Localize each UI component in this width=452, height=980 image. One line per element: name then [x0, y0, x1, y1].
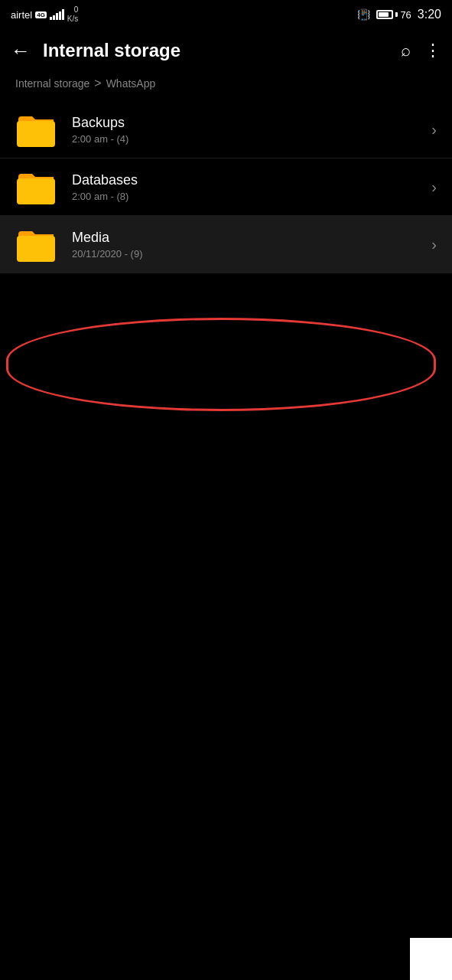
- chevron-icon-media: ›: [431, 236, 437, 253]
- folder-icon-databases: [15, 169, 57, 204]
- folder-info-backups: Backups 2:00 am - (4): [72, 115, 431, 145]
- folder-info-media: Media 20/11/2020 - (9): [72, 230, 431, 260]
- network-badge: 4G: [35, 11, 47, 18]
- back-button[interactable]: ←: [11, 41, 31, 60]
- folder-item-databases[interactable]: Databases 2:00 am - (8) ›: [0, 158, 452, 216]
- breadcrumb-current: WhatsApp: [106, 77, 156, 90]
- search-button[interactable]: ⌕: [401, 41, 411, 60]
- folder-icon-backups: [15, 112, 57, 147]
- battery-indicator: 76: [376, 9, 411, 21]
- page-title: Internal storage: [43, 40, 401, 61]
- battery-percent: 76: [400, 9, 411, 21]
- carrier-name: airtel: [11, 9, 32, 21]
- folder-item-media[interactable]: Media 20/11/2020 - (9) ›: [0, 216, 452, 273]
- breadcrumb-root[interactable]: Internal storage: [15, 77, 89, 90]
- folder-meta-backups: 2:00 am - (4): [72, 133, 431, 145]
- breadcrumb: Internal storage > WhatsApp: [0, 74, 452, 98]
- battery-fill: [379, 12, 388, 17]
- folder-icon-media: [15, 227, 57, 262]
- folder-name-databases: Databases: [72, 172, 431, 188]
- status-bar: airtel 4G 0 K/s 📳 76 3:20: [0, 0, 452, 28]
- battery-tip: [395, 12, 398, 17]
- folder-item-backups[interactable]: Backups 2:00 am - (4) ›: [0, 101, 452, 158]
- chevron-icon-databases: ›: [431, 178, 437, 196]
- battery-body: [376, 10, 393, 19]
- folder-meta-media: 20/11/2020 - (9): [72, 248, 431, 260]
- vibrate-icon: 📳: [357, 8, 370, 21]
- clock: 3:20: [418, 8, 441, 21]
- toolbar-actions: ⌕ ⋮: [401, 41, 441, 60]
- data-speed: 0 K/s: [67, 5, 78, 24]
- folder-list: Backups 2:00 am - (4) › Databases 2:00 a…: [0, 101, 452, 273]
- toolbar: ← Internal storage ⌕ ⋮: [0, 28, 452, 74]
- status-left: airtel 4G 0 K/s: [11, 5, 78, 24]
- signal-bars: [50, 9, 64, 20]
- chevron-icon-backups: ›: [431, 121, 437, 139]
- more-options-button[interactable]: ⋮: [424, 41, 441, 60]
- bottom-corner-square: [410, 938, 452, 980]
- highlight-annotation: [6, 318, 436, 411]
- folder-meta-databases: 2:00 am - (8): [72, 191, 431, 202]
- status-right: 📳 76 3:20: [357, 8, 441, 21]
- breadcrumb-separator: >: [94, 77, 101, 90]
- folder-name-backups: Backups: [72, 115, 431, 131]
- folder-info-databases: Databases 2:00 am - (8): [72, 172, 431, 202]
- folder-name-media: Media: [72, 230, 431, 246]
